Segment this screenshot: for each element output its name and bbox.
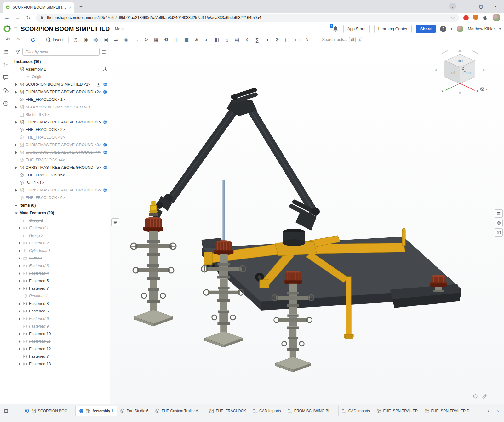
instance-item-sketch-6-1[interactable]: Sketch 6 <1> — [12, 111, 110, 118]
chevron-down-icon[interactable] — [14, 204, 18, 207]
mate-item-fastened-1[interactable]: Fastened 1 — [16, 224, 110, 232]
extension-shield-icon[interactable] — [473, 15, 478, 20]
view-options-button[interactable]: ▾ — [480, 87, 488, 92]
browser-profile-avatar[interactable] — [493, 14, 500, 21]
chevron-right-icon[interactable] — [18, 272, 21, 275]
chevron-right-icon[interactable] — [18, 264, 21, 268]
chevron-right-icon[interactable] — [14, 189, 18, 192]
insert-instance-icon[interactable] — [3, 62, 9, 69]
rotate-up-arrow[interactable] — [458, 49, 461, 52]
follow-mode-icon[interactable] — [3, 88, 9, 95]
explode-icon[interactable]: ∗ — [192, 36, 202, 44]
instance-item-christmas-tree-above-ground-1[interactable]: CHRISTMAS TREE ABOVE GROUND <1> — [12, 118, 110, 126]
next-tabs-icon[interactable]: › — [493, 406, 503, 416]
element-tab-part-studio-6[interactable]: Part Studio 6 — [117, 406, 152, 416]
extension-red-icon[interactable] — [463, 15, 469, 20]
lubricator-pole[interactable] — [223, 180, 225, 242]
instance-item-fhe-fraclock-1[interactable]: FHE_FRACLOCK <1> — [12, 96, 110, 103]
circular-pattern-icon[interactable]: ☸ — [162, 36, 171, 44]
items-header[interactable]: Items (0) — [12, 202, 110, 209]
element-tab-cad-imports[interactable]: CAD Imports — [249, 406, 284, 416]
tab-manager-icon[interactable]: ⊞ — [1, 406, 11, 416]
section-view-icon[interactable]: ◧ — [212, 36, 222, 44]
user-avatar[interactable] — [457, 26, 463, 32]
share-button[interactable]: Share — [416, 25, 436, 33]
element-tab-fhe-custom-trailer-ap[interactable]: FHE Custom Trailer Ap... — [152, 406, 206, 416]
instance-item-fhe-fraclock-4[interactable]: FHE_FRACLOCK <4> — [12, 156, 110, 164]
undo-icon[interactable]: ↶ — [3, 36, 13, 44]
instance-item-origin[interactable]: Origin — [12, 73, 110, 81]
instance-item-christmas-tree-above-ground-5[interactable]: CHRISTMAS TREE ABOVE GROUND <5> — [12, 164, 110, 171]
chevron-right-icon[interactable] — [18, 257, 21, 260]
instance-item-scorpion-boom-simplified-1[interactable]: SCORPION BOOM SIMPLIFIED <1> — [12, 81, 110, 88]
bookmark-star-icon[interactable]: ☆ — [451, 15, 455, 20]
chevron-right-icon[interactable] — [18, 242, 21, 245]
mate-item-fastened-9[interactable]: Fastened 9 — [16, 322, 110, 330]
help-icon[interactable]: ? — [440, 26, 446, 32]
mate-item-fastened-4[interactable]: Fastened 4 — [16, 270, 110, 277]
snap-mode-icon[interactable]: ◈ — [121, 36, 131, 44]
rotate-right-arrow[interactable] — [483, 69, 485, 72]
configuration-panel-button[interactable] — [495, 228, 503, 237]
tab-close-icon[interactable]: × — [69, 5, 71, 10]
appearance-panel-button[interactable] — [495, 219, 503, 227]
globe-icon[interactable] — [103, 82, 107, 87]
search-tools-field[interactable]: Search tools... alt c — [319, 36, 365, 43]
chevron-right-icon[interactable] — [18, 340, 21, 343]
instance-item-assembly-1[interactable]: Assembly 1 — [12, 66, 110, 73]
assembly-structure-icon[interactable] — [3, 49, 9, 56]
globe-icon[interactable] — [103, 150, 107, 155]
mate-item-slider-1[interactable]: Slider 1 — [16, 254, 110, 262]
rotate-part-icon[interactable]: ↻ — [141, 36, 151, 44]
maximize-icon[interactable]: ▢ — [474, 2, 488, 11]
drawing-icon[interactable]: ▭ — [293, 36, 302, 44]
mass-properties-icon[interactable]: ∑ — [252, 36, 262, 44]
history-panel-icon[interactable] — [3, 100, 9, 108]
workspace-label[interactable]: Main — [115, 26, 124, 31]
chevron-right-icon[interactable] — [18, 347, 21, 351]
rotate-left-arrow[interactable] — [435, 69, 437, 72]
instance-item-christmas-tree-above-ground-6[interactable]: CHRISTMAS TREE ABOVE GROUND <6> — [12, 186, 110, 194]
mate-item-fastened-8[interactable]: Fastened 8 — [16, 300, 110, 307]
relation-icon[interactable]: ⇄ — [111, 36, 121, 44]
instance-item-christmas-tree-above-ground-4[interactable]: CHRISTMAS TREE ABOVE GROUND <4> — [12, 149, 110, 156]
history-icon[interactable]: ◷ — [71, 36, 81, 44]
units-scale-icon[interactable] — [482, 394, 488, 399]
chevron-right-icon[interactable] — [14, 143, 18, 147]
mate-item-fastened-5[interactable]: Fastened 5 — [16, 277, 110, 285]
list-options-icon[interactable] — [102, 49, 107, 54]
chevron-right-icon[interactable] — [14, 121, 18, 124]
mate-item-cylindrical-1[interactable]: Cylindrical 1 — [16, 247, 110, 254]
chevron-right-icon[interactable] — [18, 302, 21, 305]
element-tab-fhe-spn-trailer[interactable]: FHE_SPN-TRAILER — [373, 406, 421, 416]
replicate-icon[interactable]: ▩ — [182, 36, 192, 44]
roll-ccw-arrow[interactable] — [442, 51, 448, 54]
globe-icon[interactable] — [103, 188, 107, 192]
mate-item-revolute-1[interactable]: Revolute 1 — [16, 292, 110, 300]
linear-pattern-icon[interactable]: ▦ — [152, 36, 161, 44]
mate-item-group-2[interactable]: Group 2 — [16, 232, 110, 239]
mate-item-fastened-7[interactable]: Fastened 7 — [16, 353, 110, 360]
instance-item-christmas-tree-above-ground-3[interactable]: CHRISTMAS TREE ABOVE GROUND <3> — [12, 141, 110, 149]
chevron-down-icon[interactable] — [14, 211, 18, 215]
view-cube[interactable]: Top Left Front Z Y X — [433, 48, 487, 95]
mate-item-fastened-2[interactable]: Fastened 2 — [16, 239, 110, 247]
element-tab-from-schwing-bioset[interactable]: FROM SCHWING BIOSET — [284, 406, 339, 416]
globe-icon[interactable] — [103, 90, 107, 94]
chevron-right-icon[interactable] — [14, 151, 18, 154]
mate-item-group-1[interactable]: Group 1 — [16, 217, 110, 224]
notifications-bell-icon[interactable]: 4 — [332, 26, 339, 32]
chevron-right-icon[interactable] — [14, 90, 18, 94]
tab-search-icon[interactable]: ⌄ — [449, 3, 456, 10]
mate-item-fastened-3[interactable]: Fastened 3 — [16, 262, 110, 270]
globe-icon[interactable] — [103, 143, 107, 147]
chevron-right-icon[interactable] — [18, 249, 21, 253]
instance-item-part-1-1[interactable]: Part 1 <1> — [12, 179, 110, 186]
app-store-button[interactable]: App Store — [343, 25, 370, 33]
chevron-right-icon[interactable] — [18, 287, 21, 290]
assembly-3d-model[interactable] — [110, 45, 504, 404]
user-name[interactable]: Matthew Kibler — [468, 26, 495, 31]
perspective-toggle-icon[interactable] — [472, 394, 478, 399]
mirror-icon[interactable]: ◫ — [172, 36, 181, 44]
instance-item-christmas-tree-above-ground-2[interactable]: CHRISTMAS TREE ABOVE GROUND <2> — [12, 88, 110, 96]
